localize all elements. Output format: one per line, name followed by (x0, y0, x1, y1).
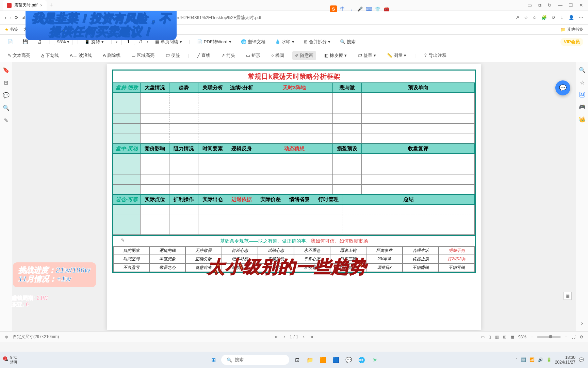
freehand-button[interactable]: ✐ 随意画 (292, 51, 316, 60)
app1-icon[interactable]: 🟧 (318, 355, 328, 365)
ai-badge-icon[interactable]: AI (579, 92, 585, 97)
app3-icon[interactable]: 💬 (344, 355, 354, 365)
sticky-note-button[interactable]: 🏷 便签 (163, 51, 183, 60)
crown-icon[interactable]: 👑 (579, 116, 586, 123)
page-first-icon[interactable]: ⇤ (275, 334, 279, 339)
tray-volume-icon[interactable]: 🔊 (538, 357, 543, 362)
wavy-button[interactable]: A﹏ 波浪线 (67, 51, 95, 60)
open-file-button[interactable]: 📄 (5, 38, 16, 46)
tray-notifications-icon[interactable]: 💬 (579, 357, 584, 362)
view-mode-4-icon[interactable]: ⊞ (503, 335, 506, 339)
search-button[interactable]: 🔍 搜索 (337, 37, 358, 46)
measure-button[interactable]: 📏 测量 ▾ (384, 51, 409, 60)
ime-toolbox-icon[interactable]: 🧰 (383, 5, 390, 12)
line-button[interactable]: ╱ 直线 (195, 51, 213, 60)
history-icon[interactable]: ↺ (552, 15, 555, 20)
principle-cell: 时间空间 (113, 255, 149, 263)
expand-right-icon[interactable]: › (581, 320, 583, 326)
zoom-in-icon[interactable]: + (565, 335, 567, 339)
area-highlight-button[interactable]: ▭ 区域高亮 (129, 51, 157, 60)
tray-battery-icon[interactable]: 🔋 (546, 357, 552, 362)
edit-panel-icon[interactable]: ✎ (4, 117, 8, 124)
taskbar-search[interactable]: 🔍 搜索 (221, 355, 289, 365)
share-icon[interactable]: ↗ (516, 15, 519, 20)
menu-icon[interactable]: ⋯ (579, 15, 583, 20)
win-extra3-icon[interactable]: ↻ (548, 2, 552, 8)
ime-toolbar[interactable]: S 中 ， 🎤 ⌨ 👕 🧰 (330, 5, 390, 12)
game-icon[interactable]: 🎮 (579, 104, 586, 110)
pdf-to-word-button[interactable]: 📄 PDF转Word ▾ (194, 37, 234, 46)
nav-reload-icon[interactable]: ⟳ (15, 15, 18, 20)
underline-button[interactable]: A̲ 下划线 (38, 51, 62, 60)
merge-split-button[interactable]: ⊞ 合并拆分 ▾ (301, 37, 333, 46)
tab-close-icon[interactable]: × (40, 3, 43, 8)
other-bookmarks[interactable]: 📁其他书签 (560, 27, 583, 32)
rectangle-button[interactable]: ▭ 矩形 (243, 51, 263, 60)
taskview-icon[interactable]: ⊡ (292, 355, 302, 365)
nav-forward-icon[interactable]: › (10, 15, 11, 20)
browser-tab[interactable]: 震荡天时.pdf × (3, 0, 47, 11)
win-minimize-icon[interactable]: — (558, 2, 562, 8)
zoom-out-icon[interactable]: − (530, 335, 533, 339)
zoom-slider[interactable] (537, 336, 561, 338)
ellipse-button[interactable]: ○ 椭圆 (268, 51, 287, 60)
ai-star-icon[interactable]: ☆ (580, 79, 585, 86)
ime-mic-icon[interactable]: 🎤 (357, 5, 363, 12)
principle-cell: 目的要求 (113, 246, 149, 255)
app2-icon[interactable]: 🟦 (331, 355, 341, 365)
eraser-button[interactable]: ◧ 橡皮擦 ▾ (322, 51, 349, 60)
edge-icon[interactable]: 🌐 (357, 355, 367, 365)
watermark-button[interactable]: 💧 水印 ▾ (272, 37, 297, 46)
ime-skin-icon[interactable]: 👕 (374, 5, 381, 12)
ime-keyboard-icon[interactable]: ⌨ (365, 5, 372, 12)
tray-wifi-icon[interactable]: 📶 (529, 357, 535, 362)
ai-search-icon[interactable]: 🔍 (579, 67, 586, 73)
weather-icon[interactable]: 🌤 (4, 357, 8, 362)
arrow-button[interactable]: ↗ 箭头 (218, 51, 238, 60)
download-icon[interactable]: ⤓ (560, 15, 564, 20)
strikethrough-button[interactable]: A̶ 删除线 (100, 51, 123, 60)
page-prev2-icon[interactable]: ‹ (283, 334, 285, 339)
tray-lang-icon[interactable]: 🔤 (521, 357, 526, 362)
ime-punct-icon[interactable]: ， (348, 5, 355, 12)
thumbnail-panel-icon[interactable]: ⊞ (4, 79, 8, 86)
ime-sogou-icon[interactable]: S (330, 5, 337, 12)
vip-badge[interactable]: VIP会员 (560, 38, 583, 46)
profile-icon[interactable]: 👤 (569, 15, 574, 20)
star-icon[interactable]: ☆ (524, 15, 528, 20)
start-icon[interactable]: ⊞ (208, 355, 218, 365)
stamp-button[interactable]: 🏷 签章 ▾ (355, 51, 379, 60)
export-annotations-button[interactable]: ⇪ 导出注释 (421, 51, 449, 60)
float-tool-icon[interactable]: ▦ (564, 292, 572, 300)
view-mode-2-icon[interactable]: ▯ (489, 335, 491, 339)
new-tab-button[interactable]: + (49, 2, 53, 9)
page-last-icon[interactable]: ⇥ (309, 334, 313, 339)
hdr-pre: 盘前-细致 (113, 83, 141, 93)
settings-icon[interactable]: ⚙ (579, 335, 583, 339)
win-maximize-icon[interactable]: ☐ (569, 2, 573, 8)
win-close-icon[interactable]: ✕ (579, 2, 583, 8)
search-panel-icon[interactable]: 🔍 (3, 105, 10, 111)
win-extra1-icon[interactable]: ▭ (527, 2, 532, 8)
text-highlight-button[interactable]: ✎ 文本高亮 (5, 51, 33, 60)
translate-button[interactable]: 🌐 翻译文档 (238, 37, 268, 46)
page-next2-icon[interactable]: › (303, 334, 305, 339)
status-plus-icon[interactable]: ⊕ (5, 335, 8, 339)
comment-panel-icon[interactable]: 💬 (3, 92, 10, 98)
floating-assistant-icon[interactable]: 💬 (555, 80, 570, 95)
view-mode-1-icon[interactable]: ▭ (481, 335, 485, 339)
fullscreen-icon[interactable]: ⛶ (571, 335, 575, 339)
bookmarks-label[interactable]: ★书签 (5, 27, 18, 32)
nav-back-icon[interactable]: ‹ (5, 15, 6, 20)
explorer-icon[interactable]: 📁 (305, 355, 315, 365)
view-mode-3-icon[interactable]: ▥ (495, 335, 499, 339)
wechat-icon[interactable]: ✳ (370, 355, 380, 365)
ime-lang[interactable]: 中 (339, 5, 346, 12)
bookmark-panel-icon[interactable]: 🔖 (3, 67, 10, 73)
extension-icon[interactable]: 🧩 (541, 15, 547, 20)
favorite-icon[interactable]: ✩ (533, 15, 537, 20)
tray-up-icon[interactable]: ˄ (516, 357, 518, 362)
view-mode-5-icon[interactable]: ▦ (510, 335, 514, 339)
frame-title: 常规日k震荡天时策略分析框架 (113, 71, 475, 83)
win-extra2-icon[interactable]: ⧉ (538, 2, 541, 8)
